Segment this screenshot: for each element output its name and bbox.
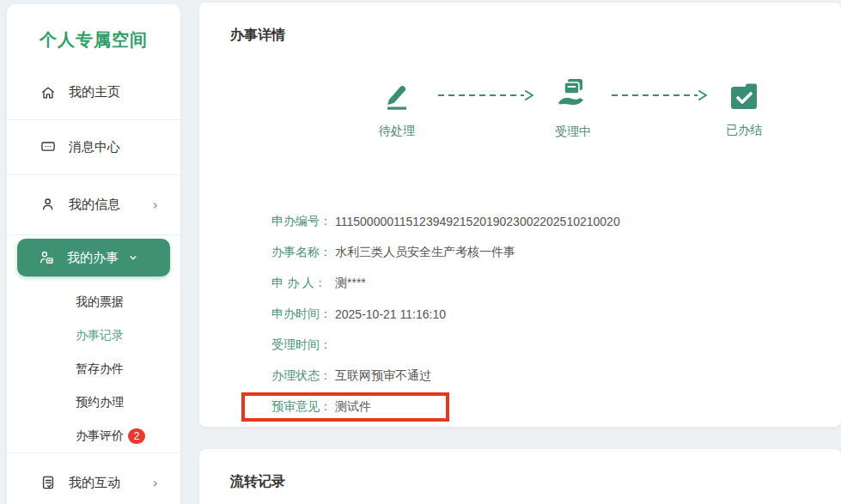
step-arrow-icon — [436, 89, 536, 101]
detail-value: 2025-10-21 11:16:10 — [335, 307, 446, 321]
home-icon — [40, 84, 57, 101]
detail-value: 水利三类人员安全生产考核一件事 — [335, 245, 515, 260]
detail-value: 测**** — [335, 276, 366, 291]
detail-row-application-time: 申办时间： 2025-10-21 11:16:10 — [271, 299, 620, 330]
detail-row-applicant: 申 办 人： 测**** — [271, 268, 620, 299]
step-arrow-icon — [610, 89, 710, 101]
step-label: 已办结 — [705, 123, 783, 138]
flow-record-card: 流转记录 — [199, 449, 841, 504]
chevron-right-icon: › — [153, 197, 158, 213]
sidebar-item-home[interactable]: 我的主页 — [7, 65, 180, 119]
service-detail-card: 办事详情 待处理 受理中 已办结 申办 — [199, 3, 841, 427]
detail-value: 测试件 — [335, 399, 371, 415]
chevron-right-icon: › — [153, 475, 158, 491]
detail-row-application-number: 申办编号： 1115000001151239492152019023002202… — [271, 206, 620, 237]
detail-label: 申 办 人： — [271, 276, 335, 291]
subitem-label: 办事记录 — [76, 328, 124, 343]
detail-row-acceptance-time: 受理时间： — [271, 330, 620, 361]
step-processing: 受理中 — [534, 76, 612, 140]
sidebar-subitem-my-receipts[interactable]: 我的票据 — [7, 285, 180, 319]
detail-label: 申办编号： — [271, 214, 335, 229]
detail-row-processing-status: 办理状态： 互联网预审不通过 — [271, 361, 620, 392]
pencil-icon — [381, 79, 413, 113]
notification-badge: 2 — [128, 428, 145, 444]
divider — [7, 234, 180, 235]
folder-check-icon — [728, 82, 760, 112]
subitem-label: 暂存办件 — [76, 361, 124, 377]
section-title: 流转记录 — [230, 473, 285, 491]
detail-label: 预审意见： — [271, 399, 335, 415]
subitem-label: 预约办理 — [76, 395, 124, 410]
detail-label: 办理状态： — [271, 368, 335, 384]
sidebar-subitem-appointments[interactable]: 预约办理 — [7, 386, 180, 419]
sidebar-item-messages[interactable]: 消息中心 — [7, 119, 180, 174]
detail-row-preliminary-review-opinion: 预审意见： 测试件 — [271, 392, 620, 422]
sidebar-item-label: 我的主页 — [69, 84, 120, 100]
sidebar-item-label: 消息中心 — [69, 139, 120, 155]
sidebar-submenu: 我的票据 办事记录 暂存办件 预约办理 办事评价 2 — [7, 285, 180, 452]
sidebar: 个人专属空间 我的主页 消息中心 我的信息 › 我的办事 — [7, 4, 180, 504]
person-icon — [40, 196, 57, 213]
detail-label: 申办时间： — [271, 307, 335, 322]
sidebar-item-label: 我的信息 — [69, 197, 120, 213]
person-card-icon — [38, 249, 55, 266]
subitem-label: 办事评价 — [76, 428, 124, 444]
step-completed: 已办结 — [705, 82, 783, 138]
sidebar-item-my-info[interactable]: 我的信息 › — [7, 174, 180, 234]
detail-row-service-name: 办事名称： 水利三类人员安全生产考核一件事 — [271, 237, 620, 268]
subitem-label: 我的票据 — [76, 295, 124, 310]
detail-label: 办事名称： — [271, 245, 335, 260]
sidebar-subitem-saved-drafts[interactable]: 暂存办件 — [7, 352, 180, 386]
document-icon — [40, 474, 57, 491]
sidebar-item-label: 我的互动 — [69, 475, 120, 491]
detail-value: 互联网预审不通过 — [335, 368, 431, 384]
message-icon — [40, 138, 57, 155]
chevron-down-icon — [127, 252, 151, 264]
step-pending: 待处理 — [358, 79, 436, 139]
sidebar-subitem-service-records[interactable]: 办事记录 — [7, 319, 180, 352]
detail-list: 申办编号： 1115000001151239492152019023002202… — [271, 206, 620, 422]
hand-receive-icon — [555, 76, 591, 114]
sidebar-item-my-services[interactable]: 我的办事 — [17, 239, 170, 276]
detail-label: 受理时间： — [271, 337, 335, 353]
sidebar-item-label: 我的办事 — [67, 250, 119, 266]
sidebar-title: 个人专属空间 — [7, 27, 180, 52]
sidebar-item-my-interactions[interactable]: 我的互动 › — [7, 452, 180, 504]
step-label: 待处理 — [358, 124, 436, 139]
step-label: 受理中 — [534, 124, 612, 140]
page-title: 办事详情 — [230, 27, 285, 45]
detail-value: 1115000001151239492152019023002202510210… — [335, 215, 620, 228]
sidebar-subitem-service-reviews[interactable]: 办事评价 2 — [7, 419, 180, 452]
